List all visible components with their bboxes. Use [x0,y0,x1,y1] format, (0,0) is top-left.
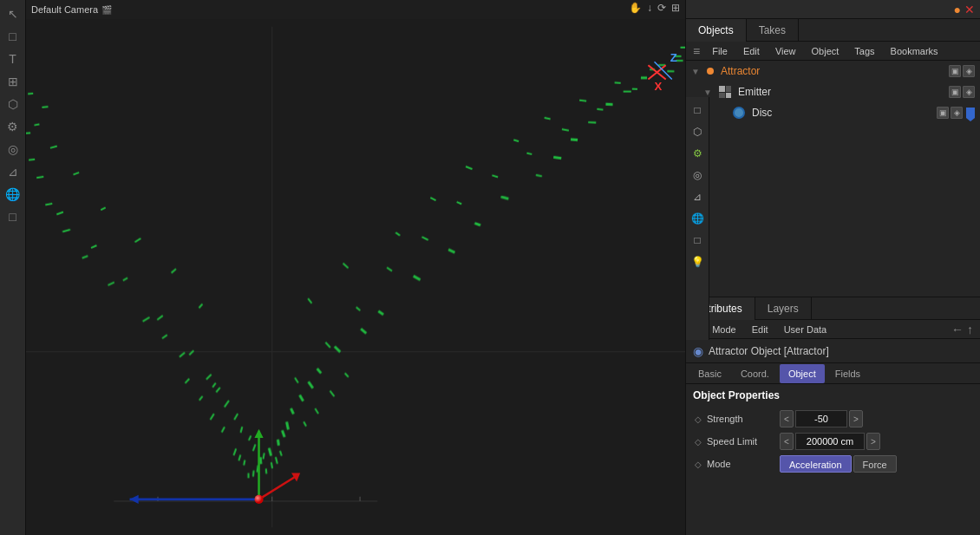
svg-rect-98 [28,93,33,95]
attr-nav-forward-icon[interactable]: ↑ [967,323,973,336]
strength-increase-btn[interactable]: > [849,410,863,427]
speed-increase-btn[interactable]: > [866,433,880,450]
prop-diamond-speed [693,436,703,447]
object-tabs: Objects Takes [686,19,980,42]
attr-sub-tab-fields[interactable]: Fields [826,364,869,383]
attractor-ctrl-2[interactable]: ◈ [963,65,975,77]
menu-file[interactable]: File [705,42,735,61]
disc-ctrl-1[interactable]: ▣ [937,107,949,119]
attr-nav-back-icon[interactable]: ← [951,323,964,336]
tool-gear[interactable]: ⚙ [3,116,23,137]
svg-rect-47 [641,76,647,79]
disc-ctrl-2[interactable]: ◈ [951,107,963,119]
top-red-x-icon[interactable]: ✕ [964,3,975,16]
prop-label-speed: Speed Limit [707,436,776,447]
tool-spline[interactable]: ⊿ [3,161,23,182]
tool-rigging[interactable]: □ [3,206,23,227]
menu-edit[interactable]: Edit [736,42,767,61]
right-panel: ● ✕ Objects Takes ≡ File Edit View Objec… [685,0,980,535]
attr-menu-edit[interactable]: Edit [745,320,775,339]
viewport-hand-icon[interactable]: ✋ [629,2,642,14]
r-icon-gear[interactable]: ⚙ [688,144,707,163]
svg-text:Z: Z [670,51,677,64]
svg-text:X: X [655,80,663,93]
r-icon-spline[interactable]: ⊿ [688,187,707,206]
disc-icon [733,107,745,119]
menu-bookmarks[interactable]: Bookmarks [884,42,945,61]
prop-label-mode: Mode [707,459,776,469]
viewport-grid-icon[interactable]: ⊞ [671,2,680,14]
tool-select[interactable]: ↖ [3,3,23,24]
r-icon-grid[interactable]: □ [688,231,707,250]
prop-row-strength: Strength < -50 > [693,408,973,429]
tool-grid[interactable]: ⊞ [3,71,23,92]
object-manager: Objects Takes ≡ File Edit View Object Ta… [686,19,980,297]
menu-object[interactable]: Object [805,42,846,61]
attractor-ctrl-1[interactable]: ▣ [949,65,961,77]
strength-decrease-btn[interactable]: < [780,410,794,427]
tool-poly[interactable]: ⬡ [3,94,23,114]
viewport-rotate-icon[interactable]: ⟳ [657,2,666,14]
speed-value[interactable]: 200000 cm [795,433,865,450]
attr-sub-tab-coord[interactable]: Coord. [732,364,778,383]
disc-bookmark-icon[interactable] [966,108,975,118]
expand-emitter-icon[interactable]: ▼ [703,88,715,97]
top-orange-circle-icon[interactable]: ● [954,3,961,16]
viewport-topbar-controls: ✋ ↓ ⟳ ⊞ [629,2,680,14]
tab-objects[interactable]: Objects [686,19,747,42]
attr-sub-tabs: Basic Coord. Object Fields [686,363,980,384]
tab-takes[interactable]: Takes [747,19,799,42]
r-icon-light[interactable]: 💡 [688,252,707,271]
attr-menu-userdata[interactable]: User Data [777,320,834,339]
strength-value[interactable]: -50 [795,410,847,427]
r-icon-poly[interactable]: ⬡ [688,122,707,141]
left-toolbar: ↖ □ T ⊞ ⬡ ⚙ ◎ ⊿ 🌐 □ [0,0,26,535]
viewport: Default Camera 🎬 ✋ ↓ ⟳ ⊞ [26,0,685,535]
tool-cube[interactable]: □ [3,26,23,47]
attr-menu-mode[interactable]: Mode [705,320,743,339]
mode-force-btn[interactable]: Force [853,455,897,473]
emitter-ctrl-1[interactable]: ▣ [949,86,961,98]
prop-control-speed: < 200000 cm > [780,433,973,450]
object-list: ▼ Attractor ▣ ◈ ▼ Emitter ▣ [686,61,980,297]
prop-control-mode: Acceleration Force [780,455,973,473]
expand-attractor-icon[interactable]: ▼ [691,67,703,76]
viewport-down-icon[interactable]: ↓ [647,2,652,14]
prop-diamond-mode [693,459,703,469]
emitter-icon-cell-1 [719,86,725,92]
object-row-disc[interactable]: ▶ Disc ▣ ◈ [686,102,980,123]
prop-section-title: Object Properties [693,389,973,401]
camera-label: Default Camera [31,4,98,15]
speed-decrease-btn[interactable]: < [780,433,794,450]
attr-menu-bar: ≡ Mode Edit User Data ← ↑ [686,320,980,339]
r-icon-circle[interactable]: ◎ [688,166,707,185]
disc-name: Disc [752,107,933,119]
camera-icon: 🎬 [101,5,112,15]
tool-text[interactable]: T [3,49,23,69]
prop-diamond-strength [693,414,703,424]
particle-area: Z X [26,19,685,535]
prop-row-speed-limit: Speed Limit < 200000 cm > [693,431,973,452]
menu-view[interactable]: View [768,42,803,61]
svg-point-118 [254,495,263,504]
svg-rect-44 [26,132,30,134]
attr-object-title: Attractor Object [Attractor] [709,345,829,357]
emitter-icon-cell-4 [726,93,732,99]
menu-tags[interactable]: Tags [847,42,881,61]
emitter-ctrl-2[interactable]: ◈ [963,86,975,98]
tool-circle[interactable]: ◎ [3,139,23,160]
object-row-attractor[interactable]: ▼ Attractor ▣ ◈ [686,61,980,82]
viewport-topbar: Default Camera 🎬 ✋ ↓ ⟳ ⊞ [26,0,685,19]
attr-object-title-row: ◉ Attractor Object [Attractor] [686,339,980,363]
object-row-emitter[interactable]: ▼ Emitter ▣ ◈ [686,82,980,102]
attr-tab-layers[interactable]: Layers [755,297,812,320]
prop-row-mode: Mode Acceleration Force [693,453,973,474]
attr-sub-tab-basic[interactable]: Basic [689,364,730,383]
object-menu-bar: ≡ File Edit View Object Tags Bookmarks [686,42,980,61]
attr-sub-tab-object[interactable]: Object [780,364,825,383]
r-icon-globe[interactable]: 🌐 [688,209,707,228]
mode-acceleration-btn[interactable]: Acceleration [780,455,852,473]
r-icon-select[interactable]: □ [688,101,707,120]
tool-globe[interactable]: 🌐 [3,184,23,205]
svg-rect-97 [676,60,683,62]
